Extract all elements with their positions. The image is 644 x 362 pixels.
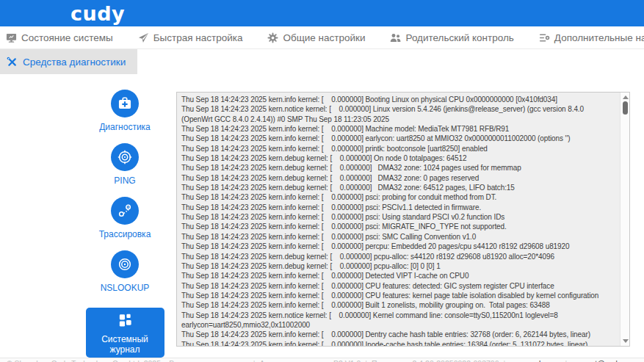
log-line: Thu Sep 18 14:24:23 2025 kern.debug kern… <box>181 163 617 173</box>
footer-separator: | <box>365 359 367 362</box>
log-line: Thu Sep 18 14:24:23 2025 kern.notice ker… <box>181 104 617 124</box>
log-line: Thu Sep 18 14:24:23 2025 kern.info kerne… <box>181 281 617 291</box>
sidebar-item-label: Диагностика <box>99 122 151 132</box>
cudy-logo: cudy <box>70 4 125 23</box>
log-line: Thu Sep 18 14:24:23 2025 kern.info kerne… <box>181 144 617 153</box>
advanced-settings-icon <box>539 32 550 43</box>
log-line: Thu Sep 18 14:24:23 2025 kern.info kerne… <box>181 203 617 212</box>
nav-item-system-status[interactable]: Состояние системы <box>6 32 113 43</box>
footer-text: © Shenzhen Cudy Technology Co., Ltd. 202… <box>0 358 644 362</box>
system-log-panel: Thu Sep 18 14:24:23 2025 kern.info kerne… <box>176 92 630 347</box>
nav-item-quick-setup[interactable]: Быстрая настройка <box>138 32 243 43</box>
tab-diagnostic-tools[interactable]: Средства диагностики <box>0 49 137 74</box>
log-line: Thu Sep 18 14:24:23 2025 kern.info kerne… <box>181 222 617 231</box>
nav-item-label: Дополнительные настройки <box>554 32 644 43</box>
log-line: Thu Sep 18 14:24:23 2025 kern.info kerne… <box>181 134 617 143</box>
footer-firmware-version: Прошивка: 2.4.20-20250922-093706 <box>372 359 499 362</box>
log-line: Thu Sep 18 14:24:23 2025 kern.debug kern… <box>181 252 617 261</box>
footer-separator: | <box>565 359 568 362</box>
log-line: Thu Sep 18 14:24:23 2025 kern.info kerne… <box>181 242 617 251</box>
main-nav: Состояние системы Быстрая настройка Общи… <box>0 26 644 49</box>
app-header: cudy <box>0 0 644 26</box>
main-content: Диагностика PING Трассировка NSLOOKUP <box>0 74 644 358</box>
system-log-output: Thu Sep 18 14:24:23 2025 kern.info kerne… <box>177 93 620 346</box>
nav-item-general-settings[interactable]: Общие настройки <box>267 32 365 43</box>
diagnostic-tools-icon <box>7 57 18 68</box>
sidebar-item-diagnostics[interactable]: Диагностика <box>99 90 151 132</box>
traceroute-icon <box>111 197 139 225</box>
scrollbar-thumb[interactable] <box>623 101 628 115</box>
log-line: Thu Sep 18 14:24:23 2025 kern.debug kern… <box>181 173 617 183</box>
log-line: Thu Sep 18 14:24:23 2025 kern.info kerne… <box>181 330 617 339</box>
footer-email-link[interactable]: support@cudy.com <box>571 359 637 362</box>
log-line: Thu Sep 18 14:24:23 2025 kern.info kerne… <box>181 340 617 346</box>
scrollbar-up-arrow-icon[interactable] <box>623 95 629 99</box>
router-admin-page: cudy Состояние системы Быстрая настройка… <box>0 0 644 362</box>
diagnostics-icon <box>111 90 139 117</box>
quick-setup-icon <box>138 32 149 43</box>
system-log-icon <box>117 311 134 328</box>
log-line: Thu Sep 18 14:24:23 2025 kern.info kerne… <box>181 300 617 310</box>
nav-item-label: Родительский контроль <box>405 32 513 43</box>
general-settings-icon <box>267 32 278 43</box>
log-line: Thu Sep 18 14:24:23 2025 kern.notice ker… <box>181 311 617 330</box>
nav-item-label: Быстрая настройка <box>153 32 243 43</box>
nav-item-label: Общие настройки <box>283 32 365 43</box>
log-line: Thu Sep 18 14:24:23 2025 kern.debug kern… <box>181 261 617 271</box>
tab-label: Средства диагностики <box>23 57 126 68</box>
sidebar-item-ping[interactable]: PING <box>111 143 139 186</box>
nav-item-label: Состояние системы <box>21 32 113 43</box>
sidebar-item-label: Трассировка <box>99 229 151 239</box>
sidebar-item-system-log[interactable]: Системный журнал <box>86 308 164 358</box>
sidebar-item-nslookup[interactable]: NSLOOKUP <box>101 250 150 293</box>
system-status-icon <box>6 32 17 43</box>
log-line: Thu Sep 18 14:24:23 2025 kern.info kerne… <box>181 95 617 104</box>
log-line: Thu Sep 18 14:24:23 2025 kern.debug kern… <box>181 183 617 192</box>
nslookup-icon <box>111 250 139 278</box>
nav-item-parental-control[interactable]: Родительский контроль <box>390 32 513 43</box>
log-line: Thu Sep 18 14:24:23 2025 kern.info kerne… <box>181 124 617 134</box>
sidebar-item-traceroute[interactable]: Трассировка <box>99 197 151 239</box>
footer-separator: | <box>504 359 506 362</box>
log-scrollbar[interactable] <box>620 93 629 346</box>
parental-control-icon <box>390 32 401 43</box>
ping-icon <box>111 143 139 171</box>
log-line: Thu Sep 18 14:24:23 2025 kern.info kerne… <box>181 212 617 222</box>
nav-item-advanced-settings[interactable]: Дополнительные настройки <box>539 32 644 43</box>
log-line: Thu Sep 18 14:24:23 2025 kern.info kerne… <box>181 271 617 280</box>
sidebar-item-label: PING <box>114 175 135 186</box>
footer-website-link[interactable]: www.cudy.com <box>510 359 560 362</box>
diagnostics-sidebar: Диагностика PING Трассировка NSLOOKUP <box>73 90 176 358</box>
sidebar-item-label: Системный журнал <box>86 334 164 355</box>
log-line: Thu Sep 18 14:24:23 2025 kern.info kerne… <box>181 192 617 202</box>
footer-hardware-version: Аппаратная версия: P2 V1.0 <box>259 359 361 362</box>
scrollbar-down-arrow-icon[interactable] <box>623 339 629 343</box>
log-line: Thu Sep 18 14:24:23 2025 kern.info kerne… <box>181 232 617 242</box>
footer-separator: | <box>253 359 256 362</box>
sub-nav: Средства диагностики <box>0 49 644 74</box>
sidebar-item-label: NSLOOKUP <box>101 283 150 293</box>
log-line: Thu Sep 18 14:24:23 2025 kern.info kerne… <box>181 291 617 300</box>
log-line: Thu Sep 18 14:24:23 2025 kern.debug kern… <box>181 153 617 163</box>
footer-copyright: © Shenzhen Cudy Technology Co., Ltd. 202… <box>7 359 249 362</box>
